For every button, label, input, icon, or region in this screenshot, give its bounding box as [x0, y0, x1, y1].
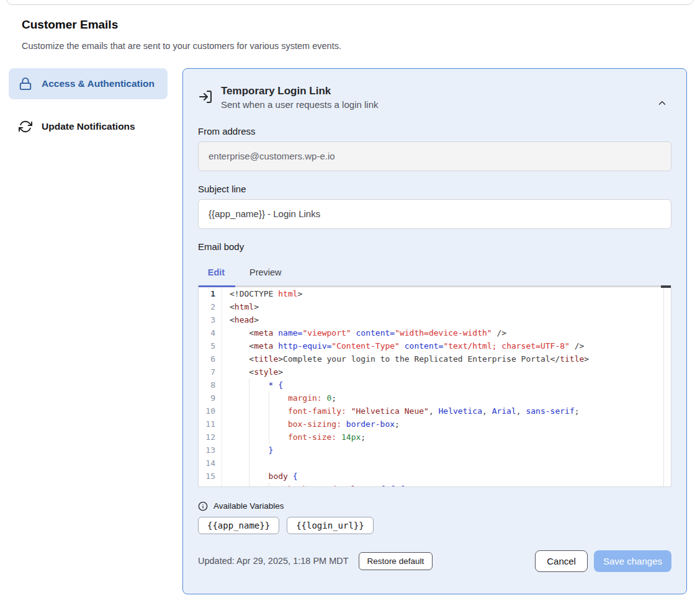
tab-underline [199, 285, 235, 287]
code-line: 8 * { [199, 378, 664, 391]
sidebar-item-access-authentication[interactable]: Access & Authentication [9, 68, 168, 99]
subject-line-input[interactable] [198, 199, 671, 229]
code-line: 16 background-color: #f9f9f9; [199, 483, 664, 487]
panel-header: Temporary Login Link Sent when a user re… [198, 84, 671, 110]
collapse-panel-button[interactable] [654, 95, 670, 113]
from-address-label: From address [198, 126, 671, 136]
panel-title: Temporary Login Link [221, 84, 378, 99]
available-variables-row: Available Variables [198, 501, 671, 511]
code-line: 14 [199, 457, 664, 470]
editor-tabs: Edit Preview [198, 259, 671, 285]
subject-line-label: Subject line [198, 184, 671, 194]
variable-chip[interactable]: {{login_url}} [287, 517, 374, 534]
code-line: 10 font-family: "Helvetica Neue", Helvet… [199, 405, 664, 418]
lock-icon [19, 77, 32, 91]
code-line: 12 font-size: 14px; [199, 431, 664, 444]
tab-edit[interactable]: Edit [198, 267, 235, 277]
code-line: 13 } [199, 444, 664, 457]
login-icon [198, 89, 213, 110]
email-panel: Temporary Login Link Sent when a user re… [182, 68, 687, 594]
refresh-icon [19, 120, 32, 133]
code-line: 9 margin: 0; [199, 391, 664, 405]
panel-subtitle: Sent when a user requests a login link [221, 99, 378, 110]
editor-top-bar [199, 285, 671, 287]
code-line: 7 <style> [199, 365, 664, 378]
editor-scrollbar-thumb[interactable] [661, 285, 671, 288]
variable-chip[interactable]: {{app_name}} [198, 517, 279, 534]
sidebar-item-update-notifications[interactable]: Update Notifications [9, 111, 168, 142]
restore-default-button[interactable]: Restore default [359, 552, 433, 570]
code-line: 3<head> [199, 313, 664, 326]
info-icon [198, 501, 208, 511]
page-subtitle: Customize the emails that are sent to yo… [22, 41, 341, 51]
sidebar-item-label: Access & Authentication [42, 76, 155, 91]
available-variables-label: Available Variables [213, 501, 284, 511]
editor-vertical-scrollbar[interactable] [663, 287, 671, 486]
variable-chips: {{app_name}}{{login_url}} [198, 517, 671, 534]
page-title: Customer Emails [22, 18, 118, 32]
code-line: 2<html> [199, 300, 664, 313]
code-line: 15 body { [199, 470, 664, 483]
chevron-up-icon [657, 97, 668, 110]
code-editor[interactable]: 1<!DOCTYPE html>2<html>3<head>4 <meta na… [198, 285, 671, 487]
sidebar-item-label: Update Notifications [42, 119, 135, 134]
code-line: 4 <meta name="viewport" content="width=d… [199, 326, 664, 339]
sidebar: Access & Authentication Update Notificat… [9, 68, 168, 142]
panel-footer: Updated: Apr 29, 2025, 1:18 PM MDT Resto… [198, 550, 671, 572]
code-line: 6 <title>Complete your login to the Repl… [199, 352, 664, 365]
email-body-label: Email body [198, 241, 671, 252]
updated-timestamp: Updated: Apr 29, 2025, 1:18 PM MDT [198, 556, 349, 566]
customer-emails-page: Customer Emails Customize the emails tha… [0, 0, 700, 608]
code-line: 1<!DOCTYPE html> [199, 287, 664, 300]
previous-card-edge [6, 0, 694, 5]
save-changes-button[interactable]: Save changes [594, 550, 671, 572]
cancel-button[interactable]: Cancel [535, 550, 588, 572]
code-line: 11 box-sizing: border-box; [199, 418, 664, 431]
from-address-input[interactable] [198, 141, 671, 171]
tab-preview[interactable]: Preview [249, 267, 282, 277]
code-line: 5 <meta http-equiv="Content-Type" conten… [199, 339, 664, 352]
editor-lines[interactable]: 1<!DOCTYPE html>2<html>3<head>4 <meta na… [199, 287, 664, 487]
